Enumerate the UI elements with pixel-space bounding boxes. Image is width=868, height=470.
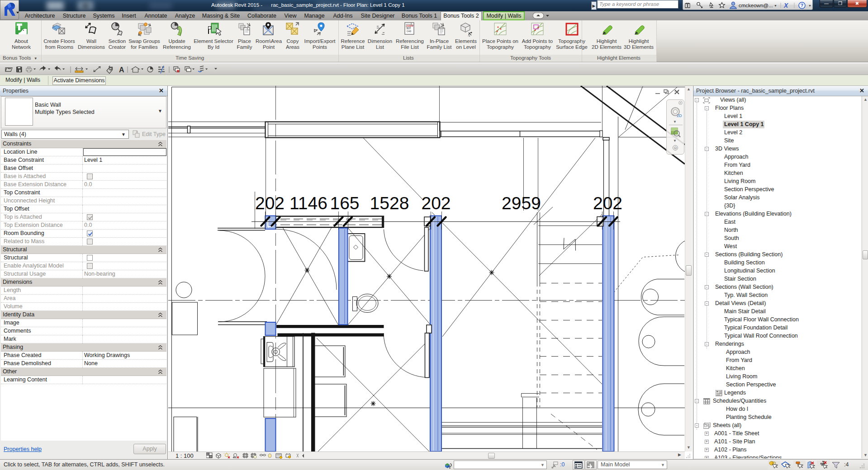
svg-text:202: 202 [421,193,451,213]
svg-text:2D: 2D [677,113,682,118]
svg-text:RVT: RVT [407,28,411,30]
svg-text:▼: ▼ [774,4,777,7]
svg-text:-1: -1 [468,34,470,37]
svg-text:CAD: CAD [407,30,412,33]
svg-text:▼: ▼ [808,4,811,7]
svg-text:?: ? [801,3,804,8]
svg-text:2959: 2959 [502,193,541,213]
svg-text:A: A [119,66,124,74]
svg-text:1: 1 [110,67,112,70]
svg-text:1146: 1146 [289,193,327,213]
svg-text:cmckeown@...: cmckeown@... [739,3,773,8]
svg-text:165: 165 [330,193,359,213]
svg-text:1528: 1528 [370,193,409,213]
svg-text:IMAGE: IMAGE [407,25,413,27]
svg-text:X: X [783,2,789,9]
svg-text:202: 202 [255,193,285,213]
svg-text:202: 202 [593,193,622,213]
